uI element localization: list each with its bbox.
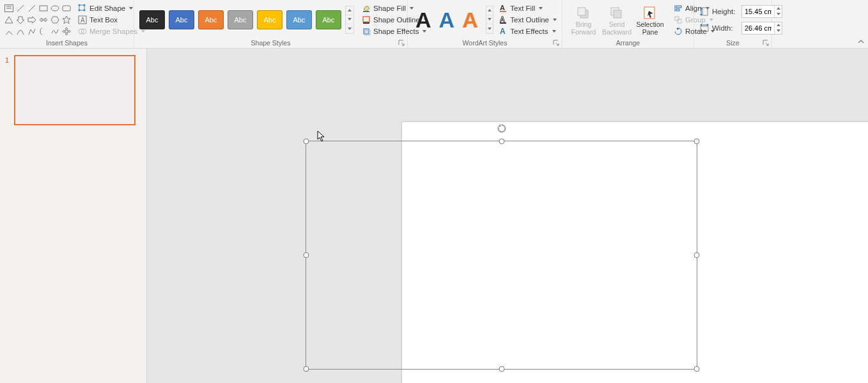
scroll-more-icon[interactable] [486, 24, 493, 33]
resize-handle-ne[interactable] [694, 139, 700, 145]
shape-oval-icon[interactable] [50, 3, 60, 13]
svg-rect-20 [363, 11, 369, 12]
resize-handle-s[interactable] [499, 366, 504, 372]
svg-rect-23 [364, 29, 369, 34]
svg-marker-49 [707, 24, 709, 26]
size-launcher[interactable] [762, 39, 770, 47]
shape-curve-icon[interactable] [15, 26, 26, 36]
spin-up-icon[interactable] [774, 22, 782, 28]
group-wordart-styles: A A A A Text Fill A Text Outline A [408, 0, 562, 49]
shape-triangle-icon[interactable] [4, 15, 14, 25]
shape-fill-icon [362, 4, 371, 13]
scroll-more-icon[interactable] [346, 24, 353, 33]
selected-shape[interactable] [306, 141, 697, 370]
width-label: Width: [712, 24, 739, 32]
shape-4arrow-icon[interactable] [61, 26, 72, 36]
resize-handle-se[interactable] [694, 366, 700, 372]
svg-point-13 [84, 4, 86, 6]
slide-thumbnail-1[interactable]: 1 [5, 55, 141, 125]
shape-scribble-icon[interactable] [50, 26, 60, 36]
svg-rect-33 [614, 10, 621, 18]
wordart-launcher[interactable] [552, 39, 560, 47]
text-outline-button[interactable]: A Text Outline [497, 15, 558, 25]
shape-style-scroll[interactable] [345, 6, 354, 34]
resize-handle-e[interactable] [694, 253, 700, 258]
shape-hexagon-icon[interactable] [50, 15, 60, 25]
wordart-style-1[interactable]: A [415, 10, 431, 29]
shape-style-6[interactable]: Abc [286, 10, 312, 29]
collapse-ribbon-icon[interactable] [856, 38, 865, 46]
shape-style-2[interactable]: Abc [169, 10, 194, 29]
group-label-size: Size [697, 38, 769, 49]
shape-rect-icon[interactable] [38, 3, 49, 13]
scroll-up-icon[interactable] [346, 6, 353, 15]
slide-canvas[interactable] [147, 49, 868, 383]
text-fill-button[interactable]: A Text Fill [497, 3, 558, 13]
wordart-gallery[interactable]: A A A [410, 10, 483, 29]
shape-freeform-icon[interactable] [27, 26, 37, 36]
resize-handle-nw[interactable] [304, 139, 309, 145]
shape-outline-icon [362, 15, 371, 24]
resize-handle-w[interactable] [304, 253, 309, 258]
wordart-style-2[interactable]: A [439, 10, 455, 29]
spin-up-icon[interactable] [774, 6, 782, 12]
shapes-gallery[interactable] [3, 2, 73, 38]
spin-down-icon[interactable] [774, 28, 782, 34]
height-input[interactable] [741, 5, 782, 18]
wordart-style-3[interactable]: A [462, 10, 478, 29]
text-outline-label: Text Outline [510, 16, 549, 24]
shape-style-gallery[interactable]: Abc Abc Abc Abc Abc Abc Abc [137, 6, 357, 34]
height-label: Height: [712, 8, 739, 15]
text-effects-label: Text Effects [510, 27, 548, 35]
svg-point-6 [51, 6, 59, 11]
width-field[interactable] [742, 24, 774, 32]
svg-marker-52 [318, 131, 324, 141]
shape-textbox-icon[interactable] [4, 3, 14, 13]
wordart-scroll[interactable] [486, 6, 494, 34]
slide-thumbnails-panel[interactable]: 1 [0, 49, 147, 383]
send-backward-icon [608, 5, 626, 20]
svg-marker-48 [700, 24, 702, 26]
shape-double-arrow-icon[interactable] [38, 15, 49, 25]
shape-line-icon[interactable] [15, 3, 26, 13]
shape-style-5[interactable]: Abc [257, 10, 283, 29]
group-label-arrange: Arrange [565, 38, 691, 49]
shape-connector-icon[interactable] [4, 26, 14, 36]
shape-line2-icon[interactable] [27, 3, 37, 13]
text-box-icon: A [78, 15, 87, 24]
width-icon [699, 23, 709, 33]
slide-thumb-image[interactable] [14, 55, 136, 125]
svg-text:A: A [500, 27, 506, 36]
rotation-handle-icon[interactable] [497, 123, 507, 134]
resize-handle-n[interactable] [499, 139, 504, 145]
scroll-up-icon[interactable] [486, 6, 493, 15]
edit-shape-icon [78, 4, 87, 13]
height-field[interactable] [742, 8, 774, 15]
shape-styles-launcher[interactable] [398, 39, 405, 47]
svg-marker-8 [5, 17, 13, 23]
spin-down-icon[interactable] [774, 12, 782, 17]
svg-text:A: A [81, 17, 85, 24]
selection-pane-button[interactable]: Selection Pane [634, 4, 666, 36]
text-effects-button[interactable]: A Text Effects [497, 26, 558, 36]
shape-style-3[interactable]: Abc [198, 10, 224, 29]
group-label-shape-styles: Shape Styles [137, 38, 405, 49]
svg-point-50 [498, 125, 506, 132]
resize-handle-sw[interactable] [304, 366, 309, 372]
shape-roundrect-icon[interactable] [61, 3, 72, 13]
scroll-down-icon[interactable] [346, 15, 353, 24]
shape-style-7[interactable]: Abc [316, 10, 341, 29]
svg-line-3 [17, 5, 24, 12]
group-label-wordart: WordArt Styles [410, 38, 559, 49]
shape-arrow-right-icon[interactable] [27, 15, 37, 25]
scroll-down-icon[interactable] [486, 15, 493, 24]
shape-star-icon[interactable] [61, 15, 72, 25]
group-icon [674, 15, 683, 24]
width-input[interactable] [741, 22, 782, 35]
shape-arrow-down-icon[interactable] [15, 15, 26, 25]
shape-brace-icon[interactable] [38, 26, 49, 36]
group-arrange: Bring Forward Send Backward Selection Pa… [562, 0, 694, 49]
shape-style-4[interactable]: Abc [228, 10, 253, 29]
shape-style-1[interactable]: Abc [139, 10, 165, 29]
text-fill-icon: A [499, 4, 508, 13]
